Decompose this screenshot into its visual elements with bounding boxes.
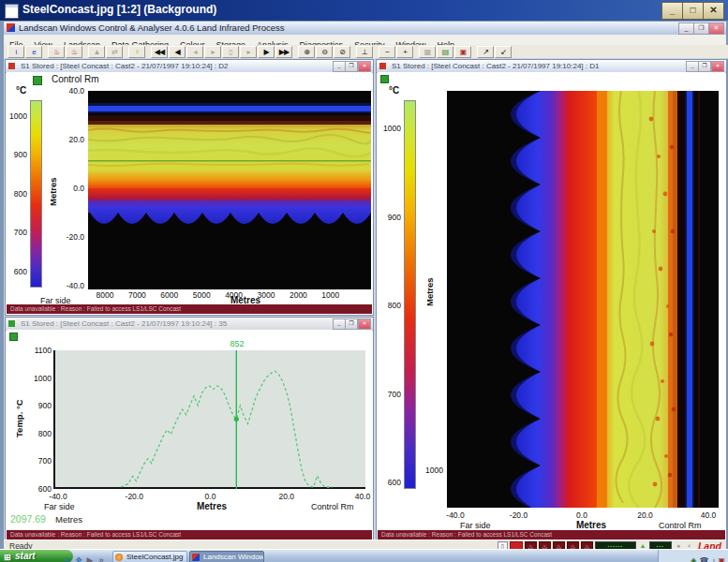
window-minimize-button[interactable]: _ [333, 61, 346, 72]
landscan-app-window: Landscan Windows Control & Analyser 4.0.… [3, 21, 727, 551]
transfer-button[interactable]: ⇄ [106, 46, 123, 58]
colorbar-ticks: 1000900800700600 [378, 72, 401, 529]
colorbar-tick: 1000 [7, 111, 27, 121]
far-side-label: Far side [44, 502, 75, 511]
zoom-in-button[interactable]: ⊕ [298, 46, 315, 58]
window-close-button[interactable]: × [711, 61, 724, 72]
cursor-position-unit: Metres [55, 514, 82, 525]
separator[interactable] [414, 46, 418, 56]
contract-button[interactable]: − [379, 46, 395, 58]
stored-record-icon [8, 63, 15, 69]
window-title: S1 Stored : [Steel Concast : Cast2 - 21/… [392, 60, 599, 72]
separator[interactable] [146, 46, 150, 56]
separator[interactable] [124, 46, 127, 56]
colorbar-tick: 800 [7, 189, 27, 199]
x-tick: 1000 [321, 290, 339, 300]
arrow-sw-button[interactable]: ↙ [495, 46, 512, 58]
cursor-dot [234, 417, 239, 422]
windows-flag-icon: ⊞ [4, 551, 11, 562]
temperature-profile-plot[interactable] [53, 350, 365, 489]
next-button[interactable]: ▶ [258, 46, 275, 58]
x-tick: 6000 [160, 290, 178, 300]
separator[interactable] [472, 46, 476, 56]
play-button[interactable]: ▸ [240, 46, 257, 58]
separator[interactable] [293, 46, 297, 56]
tray-icon-4[interactable]: ▣ [718, 555, 725, 562]
info-button[interactable]: i [7, 46, 24, 58]
camera-button[interactable]: ▣ [454, 46, 471, 58]
app-minimize-button[interactable]: _ [678, 22, 694, 35]
task-label: SteelConcast.jpg [126, 553, 183, 561]
window-temperature-profile[interactable]: S1 Stored : [Steel Concast : Cast2 - 21/… [5, 317, 374, 540]
colorbar-tick: 700 [7, 228, 27, 237]
separator[interactable] [83, 46, 87, 56]
quicklaunch-chevron-icon[interactable]: » [96, 554, 107, 562]
ie-quicklaunch-icon[interactable]: e [62, 554, 73, 562]
viewer-minimize-button[interactable]: _ [661, 2, 683, 20]
key-button[interactable]: ♀ [128, 46, 145, 58]
about-button[interactable]: e [25, 46, 42, 58]
x-tick: 40.0 [701, 510, 717, 520]
stored-record-icon [8, 320, 15, 327]
viewer-close-button[interactable]: ✕ [703, 2, 724, 20]
y-tick: 600 [27, 484, 52, 494]
window-restore-button[interactable]: ❐ [345, 61, 358, 72]
window-thermal-vertical[interactable]: S1 Stored : [Steel Concast : Cast2 - 21/… [376, 59, 726, 540]
prev-button[interactable]: ◀ [169, 46, 186, 58]
player-quicklaunch-icon[interactable]: ▶ [84, 554, 96, 562]
viewer-maximize-button[interactable]: □ [682, 2, 704, 20]
x-axis-label: Metres [197, 501, 227, 511]
x-tick: 20.0 [637, 510, 653, 520]
tray-icon-1[interactable]: ◈ [691, 555, 696, 562]
stored-record-icon [379, 63, 386, 69]
cursor-position-readout: 2097.69 [10, 513, 46, 525]
window-minimize-button[interactable]: _ [686, 61, 699, 72]
tray-icon-3[interactable]: ♪ [711, 555, 715, 562]
colorbar-tick: 600 [7, 267, 27, 276]
rewind-button[interactable]: ◀◀ [151, 46, 168, 58]
grid-button[interactable]: ▦ [419, 46, 436, 58]
app-close-button[interactable]: ✕ [708, 22, 724, 35]
taskbar-task-image[interactable]: SteelConcast.jpg [112, 551, 187, 562]
separator[interactable] [351, 46, 355, 56]
control-rm-label: Control Rm [311, 502, 354, 511]
window-titlebar[interactable]: S1 Stored : [Steel Concast : Cast2 - 21/… [6, 318, 373, 331]
tray-icon-2[interactable]: ☎ [699, 555, 708, 562]
window-minimize-button[interactable]: _ [333, 318, 346, 330]
record-stamp-button[interactable]: ♨ [48, 46, 65, 58]
show-desktop-icon[interactable]: ❖ [73, 554, 84, 562]
app-titlebar: Landscan Windows Control & Analyser 4.0.… [4, 22, 726, 36]
thermal-map-horizontal[interactable] [88, 91, 371, 289]
profile-button[interactable]: ⊥ [356, 46, 373, 58]
window-status-bar: Data unavailable : Reason : Failed to ac… [7, 530, 372, 540]
fast-forward-button[interactable]: ▶▶ [275, 46, 292, 58]
taskbar-task-landscan[interactable]: Landscan Windows C... [189, 551, 264, 562]
quick-launch: e❖▶» [62, 550, 107, 562]
thermal-map-vertical[interactable] [447, 91, 719, 508]
zoom-out-button[interactable]: ⊖ [316, 46, 333, 58]
landscan-task-icon [192, 554, 200, 561]
expand-button[interactable]: + [396, 46, 413, 58]
window-close-button[interactable]: × [358, 61, 371, 72]
zoom-reset-button[interactable]: ⊘ [334, 46, 350, 58]
y-tick: -40.0 [60, 281, 84, 290]
y-tick: 1100 [27, 346, 52, 355]
play-back-button[interactable]: ▸ [204, 46, 221, 58]
arrow-ne-button[interactable]: ↗ [477, 46, 494, 58]
window-titlebar[interactable]: S1 Stored : [Steel Concast : Cast2 - 21/… [6, 60, 373, 73]
pause-button[interactable]: ▯ [222, 46, 239, 58]
image-file-icon [5, 4, 19, 19]
separator[interactable] [374, 46, 378, 56]
setup-button[interactable]: ▲ [88, 46, 105, 58]
window-restore-button[interactable]: ❐ [345, 318, 358, 330]
replay-stamp-button[interactable]: ♨ [66, 46, 82, 58]
separator[interactable] [43, 46, 47, 56]
task-label: Landscan Windows C... [203, 553, 264, 561]
window-titlebar[interactable]: S1 Stored : [Steel Concast : Cast2 - 21/… [377, 60, 726, 73]
window-close-button[interactable]: × [358, 318, 371, 330]
window-thermal-horizontal[interactable]: S1 Stored : [Steel Concast : Cast2 - 21/… [5, 59, 374, 316]
app-restore-button[interactable]: ❐ [693, 22, 709, 35]
step-back-button[interactable]: ◂ [186, 46, 203, 58]
chart-button[interactable]: ▤ [437, 46, 453, 58]
window-restore-button[interactable]: ❐ [698, 61, 711, 72]
